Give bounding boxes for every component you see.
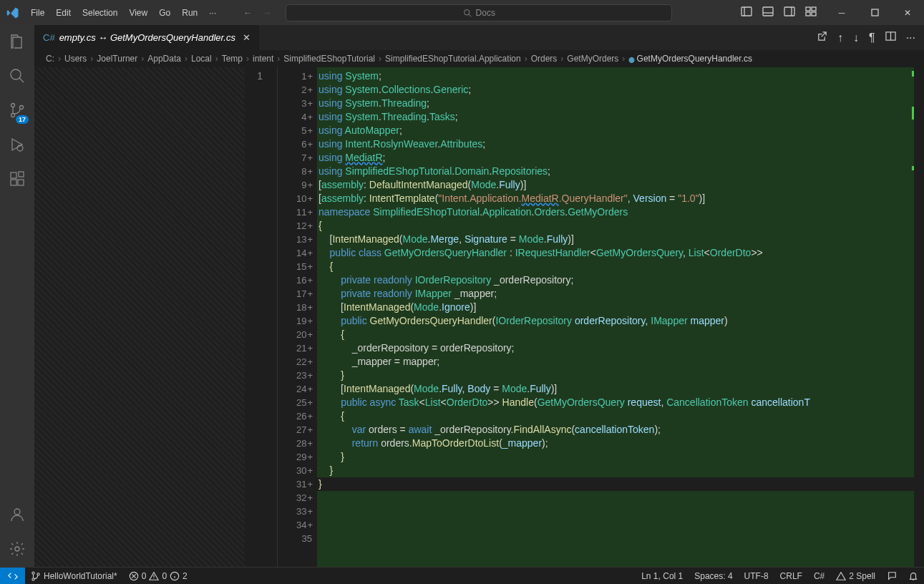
svg-rect-2 (763, 7, 773, 16)
svg-rect-1 (741, 7, 752, 16)
menu-bar: FileEditSelectionViewGoRun··· (25, 0, 222, 25)
tab-label: empty.cs ↔ GetMyOrdersQueryHandler.cs (59, 32, 235, 43)
menu-edit[interactable]: Edit (50, 0, 77, 25)
title-bar: FileEditSelectionViewGoRun··· ← → Docs ─… (0, 0, 924, 25)
svg-rect-3 (784, 7, 794, 16)
breadcrumb-seg[interactable]: intent (253, 54, 273, 64)
scm-badge: 17 (16, 115, 29, 124)
svg-rect-15 (11, 180, 16, 185)
diff-modified-pane[interactable]: →1+2+3+4+5+6+7+8+9+10+11+12+13+14+15+16+… (278, 67, 924, 567)
indent-status[interactable]: Spaces: 4 (689, 568, 738, 584)
explorer-icon[interactable] (0, 31, 34, 52)
minimize-button[interactable]: ─ (825, 0, 858, 25)
run-debug-icon[interactable] (0, 134, 34, 155)
problems-status[interactable]: 0 0 2 (123, 568, 193, 584)
branch-status[interactable]: HelloWorldTutorial* (25, 568, 123, 584)
cursor-pos-status[interactable]: Ln 1, Col 1 (636, 568, 689, 584)
orig-line-num: 1 (245, 69, 263, 83)
layout-icon[interactable] (805, 6, 817, 19)
tab-diff-file[interactable]: C# empty.cs ↔ GetMyOrdersQueryHandler.cs… (34, 25, 260, 50)
svg-point-0 (464, 9, 470, 15)
svg-rect-16 (18, 180, 24, 185)
source-control-icon[interactable]: 17 (0, 99, 34, 121)
encoding-status[interactable]: UTF-8 (739, 568, 774, 584)
breadcrumb-seg[interactable]: Orders (531, 54, 558, 64)
menu-run[interactable]: Run (176, 0, 203, 25)
svg-point-19 (15, 547, 19, 551)
account-icon[interactable] (0, 504, 34, 525)
panel-right-icon[interactable] (784, 6, 795, 19)
svg-point-9 (11, 69, 21, 79)
csharp-file-icon: C# (43, 32, 55, 43)
breadcrumb-seg[interactable]: ⬤ GetMyOrdersQueryHandler.cs (628, 54, 752, 64)
maximize-button[interactable] (858, 0, 891, 25)
language-status[interactable]: C# (808, 568, 830, 584)
svg-point-12 (20, 106, 24, 110)
breadcrumb-seg[interactable]: GetMyOrders (567, 54, 618, 64)
menu-···[interactable]: ··· (203, 0, 222, 25)
breadcrumb-seg[interactable]: C: (46, 54, 54, 64)
line-gutter: →1+2+3+4+5+6+7+8+9+10+11+12+13+14+15+16+… (278, 67, 317, 567)
open-file-icon[interactable] (817, 31, 827, 44)
overview-ruler[interactable] (907, 67, 914, 567)
more-actions-icon[interactable]: ··· (906, 31, 915, 44)
remote-button[interactable] (0, 568, 25, 584)
svg-rect-5 (812, 7, 816, 11)
extensions-icon[interactable] (0, 168, 34, 190)
settings-gear-icon[interactable] (0, 538, 34, 560)
breadcrumb-seg[interactable]: SimplifiedEShopTutorial.Application (385, 54, 521, 64)
vscode-logo-icon (0, 0, 25, 25)
tab-close-icon[interactable]: ✕ (243, 32, 251, 43)
breadcrumb-seg[interactable]: Users (64, 54, 87, 64)
svg-rect-8 (872, 9, 878, 16)
bell-icon[interactable] (903, 568, 924, 584)
breadcrumb-seg[interactable]: AppData (147, 54, 181, 64)
svg-point-11 (11, 114, 15, 117)
diff-original-pane: 1 (34, 67, 278, 567)
activity-bar: 17 (0, 25, 34, 567)
svg-point-10 (11, 104, 15, 107)
breadcrumb[interactable]: C:›Users›JoelTurner›AppData›Local›Temp›i… (34, 50, 924, 67)
menu-go[interactable]: Go (153, 0, 176, 25)
vertical-scrollbar[interactable] (914, 67, 924, 567)
svg-rect-14 (11, 172, 16, 178)
close-button[interactable]: ✕ (891, 0, 924, 25)
search-icon[interactable] (0, 65, 34, 87)
svg-rect-4 (806, 7, 810, 11)
nav-back-icon[interactable]: ← (243, 8, 252, 18)
breadcrumb-seg[interactable]: Temp (222, 54, 243, 64)
tab-bar: C# empty.cs ↔ GetMyOrdersQueryHandler.cs… (34, 25, 924, 50)
svg-rect-7 (812, 12, 816, 16)
code-content[interactable]: using System;using System.Collections.Ge… (317, 67, 914, 567)
menu-file[interactable]: File (25, 0, 50, 25)
feedback-icon[interactable] (881, 568, 903, 584)
menu-selection[interactable]: Selection (77, 0, 123, 25)
spell-status[interactable]: 2 Spell (830, 568, 881, 584)
search-placeholder: Docs (476, 8, 495, 18)
status-bar: HelloWorldTutorial* 0 0 2 Ln 1, Col 1 Sp… (0, 567, 924, 584)
nav-forward-icon[interactable]: → (263, 8, 271, 18)
svg-point-23 (37, 573, 39, 575)
breadcrumb-seg[interactable]: Local (191, 54, 212, 64)
command-center-search[interactable]: Docs (286, 4, 672, 21)
breadcrumb-seg[interactable]: SimplifiedEShopTutorial (283, 54, 375, 64)
next-change-icon[interactable]: ↓ (853, 31, 859, 44)
panel-bottom-icon[interactable] (762, 6, 774, 19)
svg-rect-6 (806, 12, 810, 16)
diff-editor[interactable]: 1 →1+2+3+4+5+6+7+8+9+10+11+12+13+14+15+1… (34, 67, 924, 567)
menu-view[interactable]: View (123, 0, 153, 25)
svg-point-21 (32, 572, 34, 574)
breadcrumb-seg[interactable]: JoelTurner (97, 54, 137, 64)
eol-status[interactable]: CRLF (774, 568, 808, 584)
split-icon[interactable] (885, 31, 896, 44)
svg-rect-17 (19, 172, 24, 177)
prev-change-icon[interactable]: ↑ (837, 31, 843, 44)
panel-left-icon[interactable] (741, 6, 752, 19)
svg-point-18 (14, 509, 20, 515)
whitespace-icon[interactable]: ¶ (869, 31, 875, 44)
